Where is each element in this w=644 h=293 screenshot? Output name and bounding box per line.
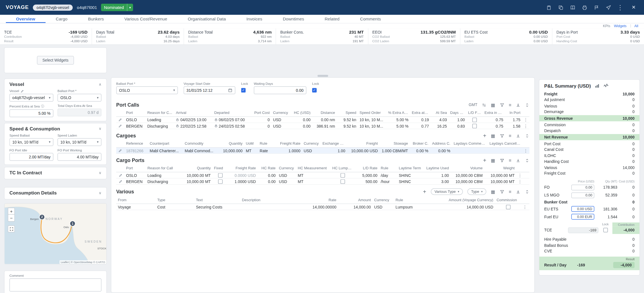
cell-departed[interactable]: 06/02/25 07:00 — [213, 118, 251, 122]
column-header-volume[interactable]: Volume — [451, 166, 484, 170]
cell-rule[interactable]: /day — [379, 173, 397, 177]
column-header-address-c[interactable]: Address C. — [430, 141, 452, 146]
tc-in-contract-panel[interactable]: TC In Contract ∨ — [4, 167, 107, 179]
column-header-quantity[interactable]: Quantity — [217, 141, 244, 146]
edit-row-icon[interactable] — [116, 149, 124, 152]
cell-freight-rate[interactable]: 0.0000 USD — [228, 173, 258, 177]
column-header-currency[interactable]: Currency — [277, 166, 296, 170]
cell-exchange-rate[interactable]: 1.00 — [321, 148, 347, 153]
cell-quantity[interactable]: 10,000.000 — [217, 148, 244, 153]
cell-arrival[interactable]: 22/02/25 12:58 — [174, 124, 212, 128]
cell-reason-for-call[interactable]: Loading — [146, 173, 180, 177]
cell-speed[interactable]: 9.52 kn — [337, 124, 358, 128]
map-marker-oslo[interactable]: 1 — [70, 221, 75, 226]
column-header-port[interactable]: Port — [124, 166, 146, 170]
checkbox[interactable] — [603, 228, 608, 232]
cell-rule[interactable]: /hour — [379, 179, 397, 184]
cell-laytime-term[interactable]: SHINC — [397, 173, 423, 177]
price-input[interactable]: 0.00 USD — [571, 206, 594, 212]
close-icon[interactable]: ✕ — [629, 3, 638, 12]
cell-reason-for-c[interactable]: Discharging — [146, 124, 174, 128]
add-various-icon[interactable]: + — [423, 189, 426, 194]
cell-reason-for-call[interactable]: Discharging — [146, 179, 180, 184]
column-header-port-cost[interactable]: Port Cost — [251, 111, 271, 115]
cell-port[interactable]: OSLO — [124, 118, 146, 122]
download-icon[interactable] — [516, 158, 520, 163]
gmt-timezone-button[interactable]: GMT — [469, 103, 477, 107]
bar-chart-icon[interactable] — [595, 83, 600, 88]
table-row[interactable]: BERGENDischarging10,000.00 MT1.0000 USD0… — [116, 179, 529, 185]
column-header-freight[interactable]: Freight — [347, 141, 380, 146]
column-header-rule[interactable]: Rule — [394, 198, 433, 202]
cell-speed-order[interactable]: 10 kn, 10 M... — [358, 124, 386, 128]
cell-speed[interactable]: 9.52 kn — [337, 118, 358, 122]
cell-weight[interactable]: 10,000.00 MT — [484, 173, 516, 177]
expand-rows-icon[interactable] — [525, 103, 529, 107]
cell-port-cost[interactable]: 0 — [251, 118, 271, 122]
cell-volume[interactable]: 10,000.00 CBM — [451, 179, 484, 184]
column-header-commodity[interactable]: Commodity — [183, 141, 217, 146]
ballast-port-select[interactable]: OSLO ▾ — [58, 94, 101, 102]
column-header-speed-order[interactable]: Speed Order — [358, 111, 386, 115]
column-header-extra-at-sea[interactable]: Extra at Sea — [410, 111, 430, 115]
column-header-departed[interactable]: Departed — [213, 111, 251, 115]
column-header-hc-measurement[interactable]: HC Measurement — [296, 166, 330, 170]
checkbox[interactable] — [472, 124, 477, 128]
more-menu-icon[interactable]: ⋮ — [616, 3, 625, 12]
checkbox[interactable] — [218, 173, 222, 177]
column-header-weight[interactable]: Weight — [484, 166, 516, 170]
tab-various-cost-revenue[interactable]: Various Cost/Revenue — [114, 15, 177, 23]
cell-extra-at-sea[interactable]: 5.00 % — [387, 118, 410, 122]
cell-reason-for-c[interactable]: Loading — [146, 118, 174, 122]
cell-l-d-fixed[interactable] — [467, 118, 483, 122]
column-header-days-l-d[interactable]: Days L/D — [449, 111, 467, 115]
table-row[interactable]: OSLOLoading10,000.00 MT0.0000 USD0.00USD… — [116, 172, 529, 179]
column-header-freight-rate[interactable]: Freight Rate — [228, 166, 258, 170]
column-header-currency[interactable]: Currency — [302, 141, 321, 146]
share-icon[interactable] — [604, 3, 613, 12]
column-header-in-port[interactable]: In Port — [505, 111, 522, 115]
fullscreen-button[interactable] — [8, 225, 15, 232]
collapse-icon[interactable]: ∧ — [99, 82, 101, 86]
cell-hc-rate[interactable]: 0.00 — [257, 173, 277, 177]
filter-icon[interactable] — [500, 103, 504, 107]
row-menu-icon[interactable]: ⋮ — [522, 148, 529, 153]
cell-rule[interactable]: Lumpsum — [394, 205, 433, 209]
column-header-stowage[interactable]: Stowage — [380, 141, 410, 146]
cell-reference[interactable]: 18781266 — [124, 148, 148, 153]
cell-currency[interactable]: USD — [302, 148, 321, 153]
column-header-reference[interactable]: Reference — [124, 141, 148, 146]
cell-uom[interactable]: MT — [244, 148, 258, 153]
columns-icon[interactable]: ▦ — [491, 189, 495, 194]
clipboard-icon[interactable] — [544, 3, 553, 12]
cell-speed-order[interactable]: 10 kn, 10 M... — [358, 118, 386, 122]
menu-icon[interactable]: ≡ — [509, 158, 511, 163]
column-header-amount-voyage-currency[interactable]: Amount (Voyage Currency) — [433, 198, 495, 202]
cell-counterpart[interactable]: Mabl Charterer... — [148, 148, 183, 153]
edit-row-icon[interactable] — [116, 124, 124, 128]
column-header-arrival[interactable]: Arrival — [174, 111, 212, 115]
cell-in-port[interactable]: 1.75 — [505, 118, 522, 122]
tab-downtimes[interactable]: Downtimes — [273, 15, 314, 23]
cell-laytime-term[interactable]: SHINC — [397, 179, 423, 184]
cell-extra-in-port[interactable]: 0.75 — [483, 124, 505, 128]
column-header-rate[interactable]: Rate — [302, 198, 338, 202]
price-input[interactable]: 0.00 EUR — [571, 214, 594, 220]
cell-type[interactable]: Cost — [156, 205, 194, 209]
columns-icon[interactable]: ▦ — [491, 158, 495, 163]
column-header-extra-at-sea[interactable]: % Extra At Sea — [387, 111, 410, 115]
cell-distance[interactable]: 386.91 nm — [312, 124, 337, 128]
speed-ballast-select[interactable]: 10 kn, 10 MT/d ▾ — [10, 138, 53, 146]
flag-icon[interactable] — [592, 3, 601, 12]
price-input[interactable]: 0.00 — [571, 192, 594, 198]
cell-extra-at-sea[interactable]: 0.77 — [410, 124, 430, 128]
cell-quantity[interactable]: 10,000.00 MT — [180, 173, 212, 177]
cell-hc-measurement[interactable]: MT — [296, 179, 330, 184]
cell-port[interactable]: BERGEN — [124, 179, 146, 184]
cell-currency[interactable]: USD — [277, 173, 296, 177]
cell-currency[interactable]: USD — [373, 205, 394, 209]
collapse-icon[interactable]: ∨ — [99, 191, 101, 195]
cell-freight[interactable]: 10,000.00 USD — [347, 148, 380, 153]
column-header-currency[interactable]: Currency — [271, 111, 291, 115]
column-header-hc-usd[interactable]: HC (USD) — [291, 111, 312, 115]
